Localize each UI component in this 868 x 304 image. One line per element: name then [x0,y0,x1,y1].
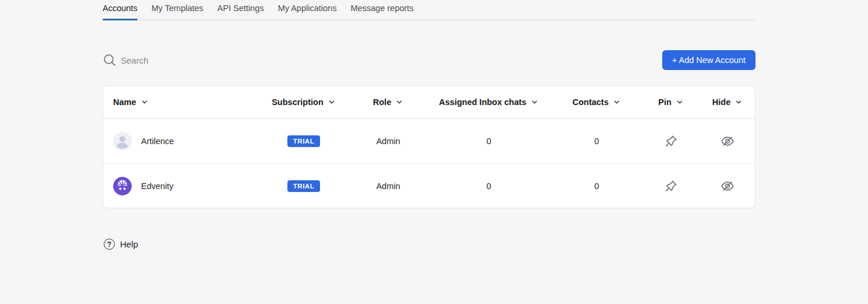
tab-label: API Settings [217,4,264,13]
tab-my-templates[interactable]: My Templates [152,0,203,20]
table-row[interactable]: Edvenity TRIAL Admin 0 0 [103,163,755,208]
column-header-role[interactable]: Role [350,86,426,118]
role-cell: Admin [350,164,426,208]
hide-cell [700,164,755,208]
column-label: Role [373,97,391,107]
page-content: Accounts My Templates API Settings My Ap… [103,0,755,251]
tab-message-reports[interactable]: Message reports [350,0,413,20]
eye-off-icon [720,179,735,194]
search-input[interactable] [121,55,366,65]
subscription-cell: TRIAL [257,119,350,163]
chevron-down-icon [328,98,336,106]
search-field[interactable] [103,53,662,67]
column-label: Hide [712,97,730,107]
column-header-hide[interactable]: Hide [700,86,755,118]
role-cell: Admin [350,119,426,163]
column-label: Contacts [572,97,609,107]
assigned-inbox-chats-cell: 0 [426,164,551,208]
column-header-name[interactable]: Name [103,86,257,118]
hide-cell [700,119,755,163]
tab-my-applications[interactable]: My Applications [278,0,337,20]
chevron-down-icon [676,98,684,106]
account-name: Edvenity [141,181,174,191]
subscription-badge: TRIAL [287,180,320,192]
column-header-subscription[interactable]: Subscription [257,86,350,118]
column-label: Subscription [272,97,324,107]
search-icon [103,53,117,67]
tab-label: My Templates [152,4,203,13]
column-label: Pin [658,97,672,107]
column-label: Name [113,97,136,107]
contacts-cell: 0 [551,119,642,163]
tab-label: My Applications [278,4,337,13]
pin-cell [642,164,700,208]
toolbar: + Add New Account [103,50,755,70]
help-icon: ? [104,239,115,250]
pin-icon [663,134,679,149]
pin-cell [642,119,700,163]
tab-label: Accounts [103,4,138,13]
column-header-pin[interactable]: Pin [642,86,700,118]
chevron-down-icon [140,98,149,106]
chevron-down-icon [735,98,743,106]
tab-accounts[interactable]: Accounts [103,0,138,20]
pin-icon [663,179,679,194]
chevron-down-icon [613,98,621,106]
column-label: Assigned Inbox chats [439,97,526,107]
hide-button[interactable] [718,176,737,196]
column-header-contacts[interactable]: Contacts [551,86,642,118]
subscription-cell: TRIAL [257,164,350,208]
table-row[interactable]: Artilence TRIAL Admin 0 0 [103,119,755,163]
account-name: Artilence [141,137,174,146]
tab-label: Message reports [350,4,413,13]
avatar [113,177,132,195]
pin-button[interactable] [661,176,681,196]
avatar [113,132,132,151]
tab-bar: Accounts My Templates API Settings My Ap… [103,0,755,20]
eye-off-icon [720,134,735,149]
active-tab-indicator [103,19,138,20]
table-header-row: Name Subscription Role Assigned Inbox ch… [103,86,755,119]
help-button[interactable]: ? Help [103,237,139,251]
accounts-table: Name Subscription Role Assigned Inbox ch… [103,85,755,208]
add-new-account-button[interactable]: + Add New Account [662,50,755,70]
assigned-inbox-chats-cell: 0 [426,119,551,163]
account-name-cell: Edvenity [103,164,257,208]
hide-button[interactable] [718,131,737,151]
help-icon-glyph: ? [107,240,111,249]
chevron-down-icon [530,98,539,106]
pin-button[interactable] [661,131,681,151]
help-label: Help [120,239,138,249]
tab-api-settings[interactable]: API Settings [217,0,264,20]
chevron-down-icon [395,98,403,106]
subscription-badge: TRIAL [287,135,320,147]
column-header-assigned-inbox-chats[interactable]: Assigned Inbox chats [426,86,551,118]
account-name-cell: Artilence [103,119,257,163]
contacts-cell: 0 [551,164,642,208]
